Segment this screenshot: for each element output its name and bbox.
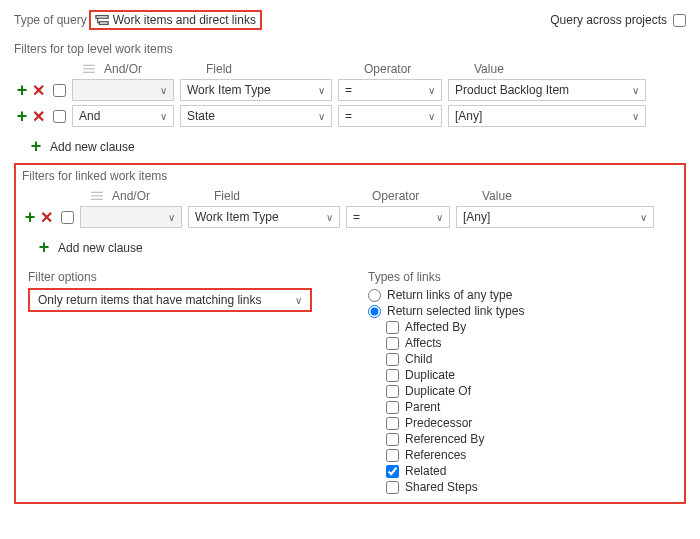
operator-select[interactable]: =∨ xyxy=(346,206,450,228)
linktype-label: Parent xyxy=(405,400,440,414)
value-select[interactable]: [Any]∨ xyxy=(448,105,646,127)
add-clause-label: Add new clause xyxy=(58,241,143,255)
linktype-option[interactable]: Predecessor xyxy=(386,416,524,430)
add-new-clause-top[interactable]: + Add new clause xyxy=(28,136,135,157)
value-select[interactable]: [Any]∨ xyxy=(456,206,654,228)
linktype-label: Duplicate xyxy=(405,368,455,382)
col-operator: Operator xyxy=(364,62,474,76)
row-checkbox[interactable] xyxy=(61,211,74,224)
linktype-checkbox[interactable] xyxy=(386,321,399,334)
linktype-option[interactable]: Shared Steps xyxy=(386,480,524,494)
add-clause-label: Add new clause xyxy=(50,140,135,154)
linktype-option[interactable]: Duplicate Of xyxy=(386,384,524,398)
linktype-label: Affects xyxy=(405,336,441,350)
plus-icon: + xyxy=(36,237,52,258)
query-type-value: Work items and direct links xyxy=(113,13,256,27)
linktype-checkbox[interactable] xyxy=(386,417,399,430)
linktype-label: References xyxy=(405,448,466,462)
svg-rect-0 xyxy=(96,16,108,19)
add-new-clause-linked[interactable]: + Add new clause xyxy=(36,237,143,258)
grip-icon xyxy=(90,190,104,202)
query-across-projects-label: Query across projects xyxy=(550,13,667,27)
radio-any-type[interactable]: Return links of any type xyxy=(368,288,524,302)
query-across-projects-checkbox[interactable] xyxy=(673,14,686,27)
col-value: Value xyxy=(474,62,504,76)
filter-options-value: Only return items that have matching lin… xyxy=(38,293,261,307)
row-checkbox[interactable] xyxy=(53,110,66,123)
linktype-label: Referenced By xyxy=(405,432,484,446)
top-clause-row: + ✕ ∨ Work Item Type∨ =∨ Product Backlog… xyxy=(14,78,686,102)
linktype-checkbox[interactable] xyxy=(386,337,399,350)
operator-select[interactable]: =∨ xyxy=(338,105,442,127)
radio-any-input[interactable] xyxy=(368,289,381,302)
linktype-label: Related xyxy=(405,464,446,478)
linktype-checkbox[interactable] xyxy=(386,369,399,382)
radio-selected-input[interactable] xyxy=(368,305,381,318)
add-row-icon[interactable]: + xyxy=(22,207,38,228)
operator-select[interactable]: =∨ xyxy=(338,79,442,101)
linktype-option[interactable]: Parent xyxy=(386,400,524,414)
chevron-down-icon: ∨ xyxy=(295,295,302,306)
linktype-option[interactable]: Affects xyxy=(386,336,524,350)
andor-select[interactable]: And∨ xyxy=(72,105,174,127)
radio-selected-label: Return selected link types xyxy=(387,304,524,318)
radio-selected-types[interactable]: Return selected link types xyxy=(368,304,524,318)
add-row-icon[interactable]: + xyxy=(14,106,30,127)
delete-row-icon[interactable]: ✕ xyxy=(30,81,46,100)
add-row-icon[interactable]: + xyxy=(14,80,30,101)
linked-filters-panel: Filters for linked work items And/Or Fie… xyxy=(14,163,686,504)
linktype-checkbox[interactable] xyxy=(386,433,399,446)
field-select[interactable]: State∨ xyxy=(180,105,332,127)
linktype-checkbox[interactable] xyxy=(386,481,399,494)
linktype-checkbox[interactable] xyxy=(386,465,399,478)
query-across-projects[interactable]: Query across projects xyxy=(550,13,686,27)
linktype-checkbox[interactable] xyxy=(386,353,399,366)
radio-any-label: Return links of any type xyxy=(387,288,512,302)
field-select[interactable]: Work Item Type∨ xyxy=(180,79,332,101)
filter-options-select[interactable]: Only return items that have matching lin… xyxy=(28,288,312,312)
col-andor: And/Or xyxy=(112,189,214,203)
col-andor: And/Or xyxy=(104,62,206,76)
filter-options-label: Filter options xyxy=(28,270,348,284)
query-type-selector[interactable]: Work items and direct links xyxy=(89,10,262,30)
top-filters-title: Filters for top level work items xyxy=(14,42,686,56)
linktype-checkbox[interactable] xyxy=(386,401,399,414)
linktype-label: Child xyxy=(405,352,432,366)
linktype-option[interactable]: Child xyxy=(386,352,524,366)
col-field: Field xyxy=(206,62,364,76)
andor-select: ∨ xyxy=(72,79,174,101)
andor-select: ∨ xyxy=(80,206,182,228)
grip-icon xyxy=(82,63,96,75)
col-field: Field xyxy=(214,189,372,203)
top-filters-header: And/Or Field Operator Value xyxy=(14,62,686,76)
linked-clause-row: + ✕ ∨ Work Item Type∨ =∨ [Any]∨ xyxy=(22,205,678,229)
delete-row-icon[interactable]: ✕ xyxy=(30,107,46,126)
row-checkbox[interactable] xyxy=(53,84,66,97)
col-operator: Operator xyxy=(372,189,482,203)
linktype-label: Duplicate Of xyxy=(405,384,471,398)
delete-row-icon[interactable]: ✕ xyxy=(38,208,54,227)
col-value: Value xyxy=(482,189,512,203)
direct-links-icon xyxy=(95,13,109,27)
linktype-label: Shared Steps xyxy=(405,480,478,494)
linktype-checkbox[interactable] xyxy=(386,385,399,398)
linktype-label: Affected By xyxy=(405,320,466,334)
svg-rect-1 xyxy=(99,22,108,25)
linktype-label: Predecessor xyxy=(405,416,472,430)
field-select[interactable]: Work Item Type∨ xyxy=(188,206,340,228)
linktype-option[interactable]: Related xyxy=(386,464,524,478)
linktype-option[interactable]: Referenced By xyxy=(386,432,524,446)
linktype-checkbox[interactable] xyxy=(386,449,399,462)
value-select[interactable]: Product Backlog Item∨ xyxy=(448,79,646,101)
type-of-query-label: Type of query xyxy=(14,13,87,27)
plus-icon: + xyxy=(28,136,44,157)
top-clause-row: + ✕ And∨ State∨ =∨ [Any]∨ xyxy=(14,104,686,128)
linked-filters-header: And/Or Field Operator Value xyxy=(22,189,678,203)
linktype-option[interactable]: Affected By xyxy=(386,320,524,334)
linked-filters-title: Filters for linked work items xyxy=(22,169,678,183)
linktype-option[interactable]: References xyxy=(386,448,524,462)
types-of-links-label: Types of links xyxy=(368,270,524,284)
linktype-option[interactable]: Duplicate xyxy=(386,368,524,382)
